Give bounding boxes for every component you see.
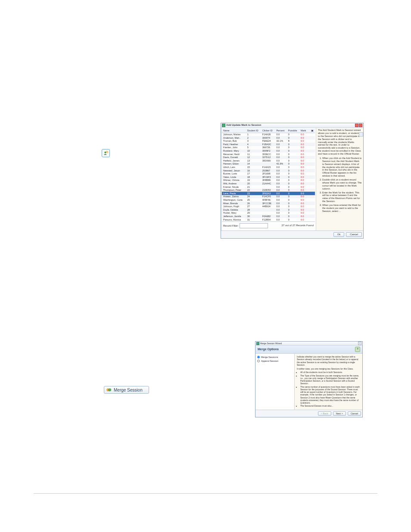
table-row[interactable]: Thompson, Peter22210D530.000.0 (222, 189, 315, 192)
cell-pct: 42.3% (275, 162, 286, 166)
cell-mark[interactable]: 0.0 (299, 152, 308, 156)
table-row[interactable]: Doyle, Debbie280.000.0 (222, 208, 315, 212)
cell-mark[interactable]: 0.0 (299, 159, 308, 162)
cell-name: Truman, Bob (222, 140, 246, 143)
table-row[interactable]: Johnson, Hugh2744B9240.000.0 (222, 205, 315, 208)
cell-mark[interactable]: 0.0 (299, 179, 308, 182)
table-row[interactable]: Hansen, Eldon1442.3%00.0 (222, 162, 315, 166)
record-filter-input[interactable] (240, 223, 268, 228)
help-step-2: Double-click on a student record whose M… (322, 178, 362, 190)
add-student-icon[interactable] (102, 149, 110, 157)
cell-sid: 2 (246, 136, 261, 140)
cell-mark[interactable]: 0.0 (299, 218, 308, 221)
table-row[interactable]: Kramer, Nicole210.000.0 (222, 185, 315, 189)
student-table[interactable]: Name Student ID Clicker ID Percent Possi… (222, 129, 315, 221)
wizard-titlebar[interactable]: Merge Session Wizard × (255, 342, 362, 345)
cell-name: Hansen, Eldon (222, 162, 246, 166)
scroll-up-icon[interactable] (359, 132, 363, 137)
cell-spacer (308, 162, 315, 166)
table-row[interactable]: Bozzer, Lorie172F16980.000.0 (222, 172, 315, 176)
cell-mark[interactable]: 0.0 (299, 156, 308, 159)
cell-sid: 26 (246, 202, 261, 205)
table-row[interactable]: Witt, Andrew2021AA4C0.000.0 (222, 182, 315, 186)
table-row[interactable]: Witmer, Christa193F8B890.000.0 (222, 179, 315, 182)
col-cid[interactable]: Clicker ID (261, 129, 275, 133)
cell-mark[interactable]: 0.0 (299, 136, 308, 140)
table-row[interactable]: Hatfield, James1330D0690.000.0 (222, 159, 315, 162)
table-row[interactable]: Truman, Bob3FE6E2432.1%80.0 (222, 140, 315, 143)
records-found-text: 27 out of 27 Records Found (282, 224, 314, 227)
table-row[interactable]: Ameen, Zaima24F14CF00.000.0 (222, 195, 315, 199)
cell-mark[interactable]: 0.0 (299, 133, 308, 136)
radio-append-session-input[interactable] (257, 360, 260, 362)
cell-pct: 0.0 (275, 189, 286, 192)
next-button[interactable]: Next > (333, 411, 346, 416)
cell-cid: F14A28 (261, 133, 275, 136)
cell-mark[interactable]: 0.0 (299, 192, 308, 195)
col-poss[interactable]: Possible (287, 129, 299, 133)
help-icon[interactable]: ? (355, 347, 360, 352)
cell-mark[interactable]: 0.0 (299, 143, 308, 146)
cell-mark[interactable]: 0.0 (299, 146, 308, 149)
cell-pct: 0.0 (275, 136, 286, 140)
cell-mark[interactable]: 0.0 (299, 166, 308, 169)
cell-mark[interactable]: 0.0 (299, 175, 308, 179)
close-icon[interactable]: × (358, 342, 361, 345)
cell-mark[interactable]: 0.0 (299, 172, 308, 176)
radio-append-session[interactable]: Append Session (257, 360, 293, 363)
merge-session-button[interactable]: Merge Session (104, 386, 149, 394)
cell-mark[interactable]: 0.0 (299, 149, 308, 153)
col-pct[interactable]: Percent (275, 129, 286, 133)
cell-mark[interactable]: 0.0 (299, 185, 308, 189)
close-icon[interactable]: × (359, 124, 362, 127)
cancel-button[interactable]: Cancel (346, 232, 362, 237)
titlebar[interactable]: Add Update Mark to Session _ × (221, 123, 363, 128)
minimize-icon[interactable]: _ (355, 124, 358, 127)
table-row[interactable]: Yates, Linda183FC6F30.000.0 (222, 175, 315, 179)
radio-merge-sessions-input[interactable] (257, 356, 260, 358)
cell-mark[interactable]: 0.0 (299, 140, 308, 143)
table-row[interactable]: Husler, Mary290.000.0 (222, 212, 315, 215)
table-row[interactable]: Jefferson, Jamila30F0A6820.000.0 (222, 215, 315, 218)
page-divider (34, 493, 377, 494)
cell-mark[interactable]: 0.0 (299, 182, 308, 186)
table-row[interactable]: Rowland, Mary103009F20.000.0 (222, 149, 315, 153)
col-name[interactable]: Name (222, 129, 246, 133)
ok-button[interactable]: Ok (333, 232, 345, 237)
cell-mark[interactable]: 0.0 (299, 202, 308, 205)
col-sid[interactable]: Student ID (246, 129, 261, 133)
col-mark[interactable]: Mark (299, 129, 308, 133)
back-button[interactable]: < Back (318, 411, 331, 416)
cell-mark[interactable]: 0.0 (299, 189, 308, 192)
cell-mark[interactable]: 0.0 (299, 205, 308, 208)
table-row[interactable]: Washington, Corie254F8F460.000.0 (222, 198, 315, 202)
radio-merge-sessions[interactable]: Merge Sessions (257, 356, 293, 359)
table-row[interactable]: Field, Heather4F1BA3C0.000.0 (222, 143, 315, 146)
cell-pct: 0.0 (275, 175, 286, 179)
table-row[interactable]: Kienlen, John53667260.000.0 (222, 146, 315, 149)
cancel-button[interactable]: Cancel (348, 411, 361, 416)
cell-mark[interactable]: 0.0 (299, 212, 308, 215)
table-row[interactable]: Messmer, Heidi113036CC0.000.0 (222, 152, 315, 156)
cell-mark[interactable]: 0.0 (299, 198, 308, 202)
table-row[interactable]: Miser, Brenda263FCC3E0.000.0 (222, 202, 315, 205)
cell-mark[interactable]: 0.0 (299, 215, 308, 218)
cell-mark[interactable]: 0.0 (299, 208, 308, 212)
table-row[interactable]: Ulrich, Lars15F14A230.000.0 (222, 166, 315, 169)
cell-cid: 2F62A3 (261, 192, 275, 195)
cell-cid (261, 208, 275, 212)
table-row[interactable]: Johnson, Marian1F14A280.000.0 (222, 133, 315, 136)
cell-spacer (308, 218, 315, 221)
table-row[interactable]: Lane, Paula232F62A30.000.0 (222, 192, 315, 195)
table-row[interactable]: Newsted, Jason162538670.000.0 (222, 169, 315, 172)
cell-sid: 30 (246, 215, 261, 218)
cell-mark[interactable]: 0.0 (299, 162, 308, 166)
table-row[interactable]: Davis, Donald12327D120.000.0 (222, 156, 315, 159)
cell-mark[interactable]: 0.0 (299, 169, 308, 172)
col-corner[interactable]: ▣ (308, 129, 315, 133)
table-row[interactable]: Anderson, Mari..23000740.000.0 (222, 136, 315, 140)
cell-name: Washington, Corie (222, 198, 246, 202)
cell-mark[interactable]: 0.0 (299, 195, 308, 199)
cell-poss: 0 (287, 152, 299, 156)
table-row[interactable]: Parsons, Monica31F12B540.000.0 (222, 218, 315, 221)
